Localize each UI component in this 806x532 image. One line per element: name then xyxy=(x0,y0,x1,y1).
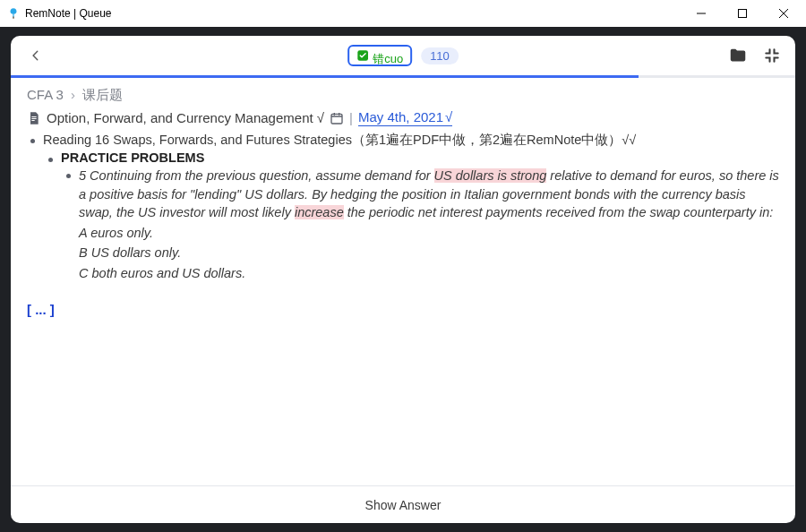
show-answer-button[interactable]: Show Answer xyxy=(365,498,442,512)
close-button[interactable] xyxy=(763,0,804,27)
card-content: CFA 3 › 课后题 Option, Forward, and Currenc… xyxy=(11,78,795,485)
section-item: PRACTICE PROBLEMS xyxy=(48,150,779,165)
document-icon xyxy=(27,111,41,125)
document-date[interactable]: May 4th, 2021√ xyxy=(358,109,452,126)
queue-toolbar: 错cuo 110 xyxy=(11,36,795,75)
breadcrumb[interactable]: CFA 3 › 课后题 xyxy=(27,87,779,104)
maximize-button[interactable] xyxy=(722,0,763,27)
minimize-button[interactable] xyxy=(681,0,722,27)
check-icon xyxy=(356,49,369,62)
highlight-1: US dollars is strong xyxy=(434,168,547,183)
reading-item: Reading 16 Swaps, Forwards, and Futures … xyxy=(30,132,779,149)
svg-rect-2 xyxy=(739,10,747,18)
queue-tag-label: 错cuo xyxy=(373,51,403,66)
document-title[interactable]: Option, Forward, and Currency Management… xyxy=(47,110,324,125)
queue-count[interactable]: 110 xyxy=(421,47,459,64)
window-titlebar: RemNote | Queue xyxy=(0,0,806,27)
choice-c: C both euros and US dollars. xyxy=(79,264,779,283)
back-button[interactable] xyxy=(23,43,48,68)
queue-panel: 错cuo 110 CFA 3 › 课后题 xyxy=(11,36,795,523)
progress-fill xyxy=(11,75,639,78)
cloze-placeholder[interactable]: [ ... ] xyxy=(27,302,779,317)
svg-rect-0 xyxy=(13,17,13,19)
choice-b: B US dollars only. xyxy=(79,244,779,262)
progress-bar xyxy=(11,75,795,78)
queue-footer: Show Answer xyxy=(11,485,795,523)
document-header: Option, Forward, and Currency Management… xyxy=(27,109,779,126)
queue-tag[interactable]: 错cuo xyxy=(347,45,412,66)
app-logo-icon xyxy=(7,7,20,20)
svg-rect-6 xyxy=(331,114,342,124)
choice-a: A euros only. xyxy=(79,224,779,243)
breadcrumb-leaf[interactable]: 课后题 xyxy=(82,87,123,102)
breadcrumb-root[interactable]: CFA 3 xyxy=(27,87,64,102)
highlight-2: increase xyxy=(295,205,344,219)
breadcrumb-sep: › xyxy=(71,87,75,102)
collapse-icon[interactable] xyxy=(761,45,783,66)
window-title: RemNote | Queue xyxy=(25,7,112,20)
calendar-icon xyxy=(330,111,344,125)
folder-icon[interactable] xyxy=(727,45,749,66)
question-item: 5 Continuing from the previous question,… xyxy=(66,167,779,282)
app-frame: 错cuo 110 CFA 3 › 课后题 xyxy=(0,27,806,532)
